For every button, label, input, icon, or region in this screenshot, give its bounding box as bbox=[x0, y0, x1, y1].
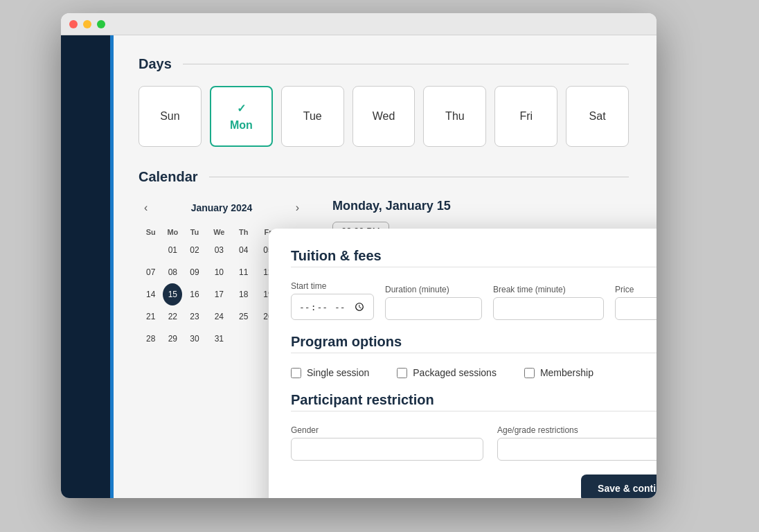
membership-item[interactable]: Membership bbox=[524, 367, 593, 378]
calendar-section-title: Calendar bbox=[139, 169, 198, 185]
tuition-title: Tuition & fees bbox=[291, 248, 657, 264]
day-card-thu[interactable]: Thu bbox=[423, 86, 486, 147]
membership-label: Membership bbox=[540, 367, 593, 378]
main-area: Days Sun ✓ Mon Tue Wed bbox=[111, 35, 657, 498]
table-row[interactable]: 18 bbox=[231, 283, 256, 305]
break-label: Break time (minute) bbox=[493, 285, 604, 294]
days-grid: Sun ✓ Mon Tue Wed Thu bbox=[139, 86, 629, 147]
day-card-sun[interactable]: Sun bbox=[139, 86, 202, 147]
table-row[interactable]: 09 bbox=[182, 261, 206, 283]
window-content: Days Sun ✓ Mon Tue Wed bbox=[61, 35, 657, 498]
calendar-prev-button[interactable]: ‹ bbox=[139, 199, 153, 217]
table-row[interactable]: 24 bbox=[207, 305, 231, 328]
duration-input[interactable] bbox=[385, 297, 482, 320]
table-row[interactable]: 17 bbox=[207, 283, 231, 305]
single-session-checkbox[interactable] bbox=[291, 368, 301, 378]
table-row[interactable]: 07 bbox=[139, 261, 163, 283]
break-input[interactable] bbox=[493, 297, 604, 320]
selected-date-title: Monday, January 15 bbox=[332, 199, 629, 213]
cal-header-tu: Tu bbox=[182, 225, 206, 239]
tuition-section: Tuition & fees Start time Duration (minu… bbox=[291, 248, 657, 320]
cal-header-mo: Mo bbox=[163, 225, 182, 239]
gender-label: Gender bbox=[291, 425, 483, 435]
maximize-button[interactable] bbox=[97, 20, 105, 28]
duration-field: Duration (minute) bbox=[385, 285, 482, 320]
day-label-mon: Mon bbox=[230, 119, 253, 132]
calendar-divider bbox=[209, 177, 629, 177]
table-row[interactable]: 23 bbox=[182, 305, 206, 328]
day-card-fri[interactable]: Fri bbox=[494, 86, 557, 147]
table-row[interactable]: 31 bbox=[207, 328, 231, 350]
days-section-title: Days bbox=[139, 56, 172, 72]
table-row[interactable]: 29 bbox=[163, 328, 182, 350]
packaged-sessions-item[interactable]: Packaged sessions bbox=[397, 367, 497, 378]
titlebar bbox=[61, 13, 657, 35]
day-card-mon[interactable]: ✓ Mon bbox=[210, 86, 273, 147]
table-row[interactable]: 22 bbox=[163, 305, 182, 328]
tuition-divider bbox=[291, 267, 657, 267]
day-label-tue: Tue bbox=[303, 110, 322, 123]
cal-header-th: Th bbox=[231, 225, 256, 239]
gender-input[interactable] bbox=[291, 438, 483, 461]
day-label-fri: Fri bbox=[519, 110, 533, 123]
table-row[interactable]: 25 bbox=[231, 305, 256, 328]
duration-label: Duration (minute) bbox=[385, 285, 482, 294]
days-divider bbox=[183, 64, 629, 64]
sidebar-accent-bar bbox=[110, 35, 114, 498]
day-label-sat: Sat bbox=[589, 110, 606, 123]
participant-restriction-section: Participant restriction Gender Age/grade… bbox=[291, 392, 657, 461]
participant-form-row: Gender Age/grade restrictions bbox=[291, 425, 657, 461]
program-options-section: Program options Single session Packaged … bbox=[291, 334, 657, 378]
table-row[interactable]: 16 bbox=[182, 283, 206, 305]
table-row[interactable]: 03 bbox=[207, 239, 231, 261]
day-card-sat[interactable]: Sat bbox=[566, 86, 629, 147]
participant-divider bbox=[291, 411, 657, 411]
table-row[interactable]: 15 bbox=[163, 283, 182, 305]
price-label: Price bbox=[615, 285, 657, 294]
table-row[interactable] bbox=[139, 239, 163, 261]
age-grade-label: Age/grade restrictions bbox=[497, 425, 657, 435]
day-label-sun: Sun bbox=[160, 110, 179, 123]
table-row[interactable]: 11 bbox=[231, 261, 256, 283]
day-card-tue[interactable]: Tue bbox=[281, 86, 344, 147]
program-options-title: Program options bbox=[291, 334, 657, 350]
table-row[interactable]: 01 bbox=[163, 239, 182, 261]
packaged-sessions-label: Packaged sessions bbox=[413, 367, 497, 378]
break-field: Break time (minute) bbox=[493, 285, 604, 320]
days-section-header: Days bbox=[139, 56, 629, 72]
save-continue-button[interactable]: Save & continue bbox=[581, 475, 657, 498]
single-session-item[interactable]: Single session bbox=[291, 367, 369, 378]
participant-title: Participant restriction bbox=[291, 392, 657, 408]
start-time-input[interactable] bbox=[291, 294, 374, 320]
day-label-thu: Thu bbox=[445, 110, 465, 123]
start-time-field: Start time bbox=[291, 281, 374, 320]
single-session-label: Single session bbox=[307, 367, 369, 378]
tuition-form-row: Start time Duration (minute) Break time … bbox=[291, 281, 657, 320]
table-row[interactable]: 04 bbox=[231, 239, 256, 261]
table-row[interactable]: 28 bbox=[139, 328, 163, 350]
table-row[interactable]: 10 bbox=[207, 261, 231, 283]
minimize-button[interactable] bbox=[83, 20, 91, 28]
calendar-next-button[interactable]: › bbox=[290, 199, 305, 217]
calendar-nav: ‹ January 2024 › bbox=[139, 199, 305, 217]
sidebar bbox=[61, 35, 111, 498]
table-row[interactable]: 30 bbox=[182, 328, 206, 350]
modal-overlay: Tuition & fees Start time Duration (minu… bbox=[269, 229, 657, 498]
close-button[interactable] bbox=[69, 20, 78, 28]
table-row[interactable] bbox=[231, 328, 256, 350]
gender-field: Gender bbox=[291, 425, 483, 461]
program-options-checkboxes: Single session Packaged sessions Members… bbox=[291, 367, 657, 378]
table-row[interactable]: 08 bbox=[163, 261, 182, 283]
day-card-wed[interactable]: Wed bbox=[352, 86, 416, 147]
age-grade-input[interactable] bbox=[497, 438, 657, 461]
table-row[interactable]: 21 bbox=[139, 305, 163, 328]
price-input[interactable] bbox=[616, 298, 657, 319]
table-row[interactable]: 02 bbox=[182, 239, 206, 261]
packaged-sessions-checkbox[interactable] bbox=[397, 368, 407, 378]
mac-window: Days Sun ✓ Mon Tue Wed bbox=[61, 13, 657, 498]
cal-header-we: We bbox=[207, 225, 231, 239]
membership-checkbox[interactable] bbox=[524, 368, 535, 378]
table-row[interactable]: 14 bbox=[139, 283, 163, 305]
price-wrapper: $ bbox=[615, 297, 657, 320]
modal-footer: Save & continue bbox=[291, 475, 657, 498]
